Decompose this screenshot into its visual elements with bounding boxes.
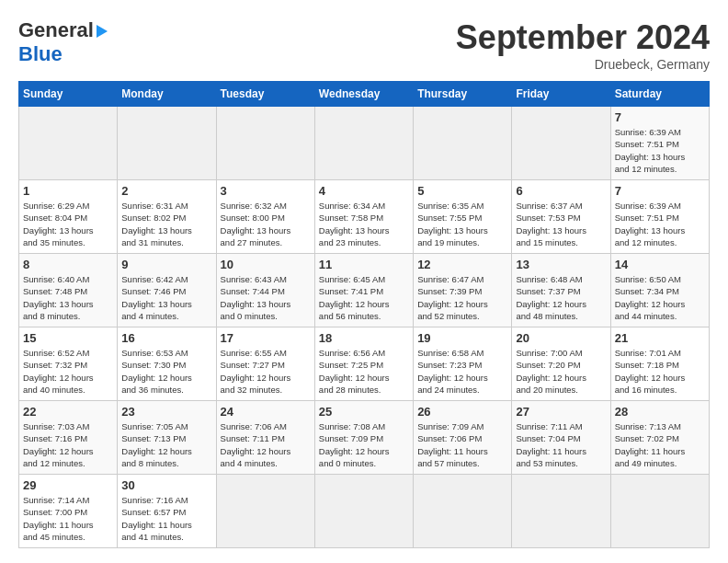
calendar-cell xyxy=(512,475,610,548)
calendar-cell: 21Sunrise: 7:01 AMSunset: 7:18 PMDayligh… xyxy=(610,327,709,401)
cell-details: Sunrise: 6:32 AMSunset: 8:00 PMDaylight:… xyxy=(221,200,311,248)
header-cell-wednesday: Wednesday xyxy=(314,82,413,107)
week-row: 22Sunrise: 7:03 AMSunset: 7:16 PMDayligh… xyxy=(19,401,710,475)
cell-details: Sunrise: 6:35 AMSunset: 7:55 PMDaylight:… xyxy=(417,200,507,248)
day-number: 17 xyxy=(221,331,311,345)
day-number: 30 xyxy=(121,478,211,492)
calendar-cell xyxy=(314,475,413,548)
calendar-cell: 11Sunrise: 6:45 AMSunset: 7:41 PMDayligh… xyxy=(314,254,413,327)
cell-details: Sunrise: 6:34 AMSunset: 7:58 PMDaylight:… xyxy=(319,200,409,248)
cell-details: Sunrise: 6:31 AMSunset: 8:02 PMDaylight:… xyxy=(121,200,211,248)
calendar-cell: 7Sunrise: 6:39 AMSunset: 7:51 PMDaylight… xyxy=(610,180,709,254)
calendar-cell xyxy=(118,107,216,180)
cell-details: Sunrise: 7:13 AMSunset: 7:02 PMDaylight:… xyxy=(615,420,705,469)
day-number: 14 xyxy=(615,258,705,271)
calendar-cell: 15Sunrise: 6:52 AMSunset: 7:32 PMDayligh… xyxy=(19,327,118,401)
calendar-cell: 4Sunrise: 6:34 AMSunset: 7:58 PMDaylight… xyxy=(314,180,413,254)
cell-details: Sunrise: 6:55 AMSunset: 7:27 PMDaylight:… xyxy=(221,347,311,396)
day-number: 24 xyxy=(221,405,311,419)
cell-details: Sunrise: 6:56 AMSunset: 7:25 PMDaylight:… xyxy=(319,347,409,396)
day-number: 18 xyxy=(319,331,409,345)
week-row: 8Sunrise: 6:40 AMSunset: 7:48 PMDaylight… xyxy=(19,254,710,327)
calendar-cell: 1Sunrise: 6:29 AMSunset: 8:04 PMDaylight… xyxy=(19,180,118,254)
calendar-cell: 6Sunrise: 6:37 AMSunset: 7:53 PMDaylight… xyxy=(512,180,610,254)
day-number: 10 xyxy=(221,258,311,271)
day-number: 13 xyxy=(516,258,606,271)
calendar-cell: 16Sunrise: 6:53 AMSunset: 7:30 PMDayligh… xyxy=(118,327,216,401)
calendar-cell: 29Sunrise: 7:14 AMSunset: 7:00 PMDayligh… xyxy=(19,475,118,548)
calendar-cell xyxy=(610,475,709,548)
header-cell-sunday: Sunday xyxy=(19,82,118,107)
header-cell-saturday: Saturday xyxy=(610,82,709,107)
calendar-cell xyxy=(414,107,512,180)
calendar-table: SundayMondayTuesdayWednesdayThursdayFrid… xyxy=(18,81,710,548)
day-number: 2 xyxy=(121,184,211,198)
day-number: 4 xyxy=(319,184,409,198)
calendar-cell: 13Sunrise: 6:48 AMSunset: 7:37 PMDayligh… xyxy=(512,254,610,327)
cell-details: Sunrise: 6:29 AMSunset: 8:04 PMDaylight:… xyxy=(23,200,113,248)
cell-details: Sunrise: 6:45 AMSunset: 7:41 PMDaylight:… xyxy=(319,273,409,322)
day-number: 28 xyxy=(615,405,705,419)
cell-details: Sunrise: 6:39 AMSunset: 7:51 PMDaylight:… xyxy=(615,126,705,175)
week-row: 15Sunrise: 6:52 AMSunset: 7:32 PMDayligh… xyxy=(19,327,710,401)
week-row: 1Sunrise: 6:29 AMSunset: 8:04 PMDaylight… xyxy=(19,180,710,254)
calendar-cell xyxy=(512,107,610,180)
calendar-cell: 19Sunrise: 6:58 AMSunset: 7:23 PMDayligh… xyxy=(414,327,512,401)
cell-details: Sunrise: 7:05 AMSunset: 7:13 PMDaylight:… xyxy=(121,420,211,469)
calendar-cell: 28Sunrise: 7:13 AMSunset: 7:02 PMDayligh… xyxy=(610,401,709,475)
calendar-body: 7Sunrise: 6:39 AMSunset: 7:51 PMDaylight… xyxy=(19,107,710,548)
calendar-cell: 2Sunrise: 6:31 AMSunset: 8:02 PMDaylight… xyxy=(118,180,216,254)
calendar-cell: 25Sunrise: 7:08 AMSunset: 7:09 PMDayligh… xyxy=(314,401,413,475)
calendar-cell: 5Sunrise: 6:35 AMSunset: 7:55 PMDaylight… xyxy=(414,180,512,254)
calendar-cell: 24Sunrise: 7:06 AMSunset: 7:11 PMDayligh… xyxy=(216,401,314,475)
day-number: 29 xyxy=(23,478,113,492)
cell-details: Sunrise: 7:03 AMSunset: 7:16 PMDaylight:… xyxy=(23,420,113,469)
logo-blue: Blue xyxy=(18,42,63,65)
calendar-cell: 27Sunrise: 7:11 AMSunset: 7:04 PMDayligh… xyxy=(512,401,610,475)
header-row: SundayMondayTuesdayWednesdayThursdayFrid… xyxy=(19,82,710,107)
calendar-cell: 10Sunrise: 6:43 AMSunset: 7:44 PMDayligh… xyxy=(216,254,314,327)
day-number: 6 xyxy=(516,184,606,198)
calendar-cell: 12Sunrise: 6:47 AMSunset: 7:39 PMDayligh… xyxy=(414,254,512,327)
header-cell-tuesday: Tuesday xyxy=(216,82,314,107)
calendar-cell xyxy=(216,475,314,548)
cell-details: Sunrise: 7:08 AMSunset: 7:09 PMDaylight:… xyxy=(319,420,409,469)
day-number: 9 xyxy=(121,258,211,271)
logo-general: General xyxy=(18,18,94,42)
cell-details: Sunrise: 6:58 AMSunset: 7:23 PMDaylight:… xyxy=(417,347,507,396)
logo: General Blue xyxy=(18,18,108,66)
header-cell-thursday: Thursday xyxy=(414,82,512,107)
day-number: 7 xyxy=(615,184,705,198)
cell-details: Sunrise: 7:11 AMSunset: 7:04 PMDaylight:… xyxy=(516,420,606,469)
calendar-cell: 7Sunrise: 6:39 AMSunset: 7:51 PMDaylight… xyxy=(610,107,709,180)
calendar-cell: 22Sunrise: 7:03 AMSunset: 7:16 PMDayligh… xyxy=(19,401,118,475)
calendar-cell: 3Sunrise: 6:32 AMSunset: 8:00 PMDaylight… xyxy=(216,180,314,254)
day-number: 16 xyxy=(121,331,211,345)
cell-details: Sunrise: 7:00 AMSunset: 7:20 PMDaylight:… xyxy=(516,347,606,396)
location: Druebeck, Germany xyxy=(456,57,710,72)
calendar-cell: 14Sunrise: 6:50 AMSunset: 7:34 PMDayligh… xyxy=(610,254,709,327)
day-number: 19 xyxy=(417,331,507,345)
calendar-header: SundayMondayTuesdayWednesdayThursdayFrid… xyxy=(19,82,710,107)
calendar-cell: 17Sunrise: 6:55 AMSunset: 7:27 PMDayligh… xyxy=(216,327,314,401)
cell-details: Sunrise: 7:09 AMSunset: 7:06 PMDaylight:… xyxy=(417,420,507,469)
day-number: 12 xyxy=(417,258,507,271)
cell-details: Sunrise: 6:50 AMSunset: 7:34 PMDaylight:… xyxy=(615,273,705,322)
day-number: 3 xyxy=(221,184,311,198)
cell-details: Sunrise: 6:42 AMSunset: 7:46 PMDaylight:… xyxy=(121,273,211,322)
calendar-cell: 26Sunrise: 7:09 AMSunset: 7:06 PMDayligh… xyxy=(414,401,512,475)
calendar-cell xyxy=(19,107,118,180)
day-number: 25 xyxy=(319,405,409,419)
calendar-cell: 23Sunrise: 7:05 AMSunset: 7:13 PMDayligh… xyxy=(118,401,216,475)
calendar-cell: 18Sunrise: 6:56 AMSunset: 7:25 PMDayligh… xyxy=(314,327,413,401)
header-cell-friday: Friday xyxy=(512,82,610,107)
day-number: 22 xyxy=(23,405,113,419)
day-number: 20 xyxy=(516,331,606,345)
calendar-cell: 8Sunrise: 6:40 AMSunset: 7:48 PMDaylight… xyxy=(19,254,118,327)
day-number: 7 xyxy=(615,110,705,124)
title-block: September 2024 Druebeck, Germany xyxy=(456,18,710,72)
cell-details: Sunrise: 6:37 AMSunset: 7:53 PMDaylight:… xyxy=(516,200,606,248)
cell-details: Sunrise: 6:43 AMSunset: 7:44 PMDaylight:… xyxy=(221,273,311,322)
cell-details: Sunrise: 6:48 AMSunset: 7:37 PMDaylight:… xyxy=(516,273,606,322)
calendar-cell xyxy=(216,107,314,180)
